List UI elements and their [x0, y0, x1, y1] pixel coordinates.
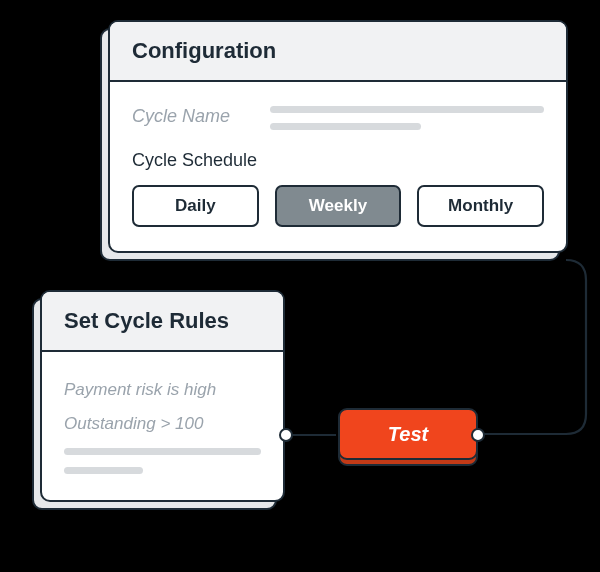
configuration-card: Configuration Cycle Name Cycle Schedule … [108, 20, 568, 253]
schedule-option-weekly[interactable]: Weekly [275, 185, 402, 227]
placeholder-line [270, 123, 421, 130]
schedule-segmented-control: Daily Weekly Monthly [132, 185, 544, 227]
connector-node-icon [279, 428, 293, 442]
configuration-title: Configuration [110, 22, 566, 82]
connector-node-icon [471, 428, 485, 442]
rules-title: Set Cycle Rules [42, 292, 283, 352]
rules-card: Set Cycle Rules Payment risk is high Out… [40, 290, 285, 502]
placeholder-line [64, 467, 143, 474]
cycle-name-input[interactable] [270, 102, 544, 130]
cycle-name-label: Cycle Name [132, 106, 252, 127]
test-button[interactable]: Test [338, 408, 478, 460]
cycle-schedule-label: Cycle Schedule [132, 150, 544, 171]
placeholder-line [64, 448, 261, 455]
placeholder-line [270, 106, 544, 113]
rule-item: Payment risk is high [64, 380, 261, 400]
rule-item: Outstanding > 100 [64, 414, 261, 434]
schedule-option-daily[interactable]: Daily [132, 185, 259, 227]
schedule-option-monthly[interactable]: Monthly [417, 185, 544, 227]
